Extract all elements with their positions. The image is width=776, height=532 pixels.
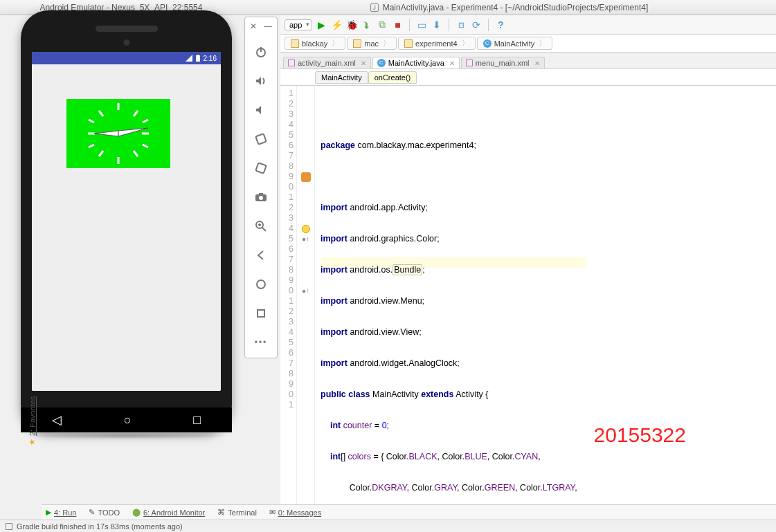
svg-marker-14 bbox=[94, 131, 118, 136]
status-time: 2:16 bbox=[204, 55, 217, 62]
overview-icon[interactable] bbox=[253, 305, 269, 322]
emu-minimize-button[interactable]: — bbox=[264, 21, 272, 31]
breadcrumb-bar: blackay〉 mac〉 experiment4〉 CMainActivity… bbox=[280, 35, 776, 53]
help-button[interactable]: ? bbox=[494, 19, 507, 31]
volume-up-icon[interactable] bbox=[253, 73, 269, 89]
more-icon[interactable]: ••• bbox=[253, 334, 269, 351]
svg-line-11 bbox=[89, 145, 94, 147]
emulator-phone: 2:16 bbox=[21, 10, 232, 432]
attach-button[interactable]: ⮯ bbox=[361, 19, 373, 31]
svg-rect-0 bbox=[196, 55, 200, 62]
tool-run[interactable]: ▶4: Run bbox=[46, 508, 76, 517]
nav-home-icon[interactable]: ○ bbox=[124, 413, 132, 428]
java-file-icon: J bbox=[370, 3, 379, 12]
status-bar: Gradle build finished in 17s 83ms (momen… bbox=[0, 520, 776, 532]
folder-icon bbox=[353, 39, 361, 48]
watermark-text: 20155322 bbox=[594, 423, 686, 447]
svg-marker-15 bbox=[118, 128, 148, 136]
signal-icon bbox=[186, 55, 192, 62]
ide-panel: app ▶ ⚡ 🐞 ⮯ ⧉ ■ ▭ ⬇ ⧈ ⟳ ? blackay〉 mac〉 … bbox=[280, 15, 776, 508]
rotate-right-icon[interactable] bbox=[253, 160, 269, 176]
svg-point-27 bbox=[257, 280, 265, 288]
crumb-mainactivity[interactable]: CMainActivity〉 bbox=[477, 37, 553, 50]
emu-close-button[interactable]: ✕ bbox=[250, 21, 257, 31]
crumb-experiment4[interactable]: experiment4〉 bbox=[398, 37, 476, 50]
close-icon[interactable]: ✕ bbox=[449, 59, 455, 67]
tab-mainactivity-java[interactable]: CMainActivity.java✕ bbox=[372, 57, 460, 68]
status-square-icon bbox=[6, 523, 12, 530]
svg-line-7 bbox=[134, 151, 138, 156]
zoom-icon[interactable] bbox=[253, 218, 269, 235]
ide-window-title: J MainActivity.java - Experiment4 - [~/A… bbox=[242, 0, 776, 15]
svg-line-13 bbox=[143, 145, 148, 147]
stop-button[interactable]: ■ bbox=[391, 19, 404, 31]
home-icon[interactable] bbox=[253, 276, 269, 293]
xml-icon bbox=[466, 59, 473, 66]
folder-icon bbox=[291, 39, 299, 48]
bottom-tool-window-bar: ▶4: Run ✎TODO ⬤6: Android Monitor ⌘Termi… bbox=[42, 504, 776, 520]
crumb-mac[interactable]: mac〉 bbox=[347, 37, 397, 50]
line-numbers: 1234567890123456789012345678901 bbox=[280, 86, 297, 508]
class-icon: C bbox=[377, 59, 386, 67]
svg-rect-28 bbox=[258, 310, 264, 317]
debug-button[interactable]: 🐞 bbox=[345, 19, 358, 31]
analog-clock-widget[interactable] bbox=[66, 99, 170, 168]
code-area[interactable]: package com.blackay.mac.experiment4; imp… bbox=[315, 86, 586, 508]
folder-icon bbox=[404, 39, 413, 48]
tool-android-monitor[interactable]: ⬤6: Android Monitor bbox=[132, 508, 205, 517]
sync-button[interactable]: ⟳ bbox=[470, 19, 482, 31]
rotate-left-icon[interactable] bbox=[253, 131, 269, 147]
svg-line-12 bbox=[89, 120, 94, 122]
android-status-bar: 2:16 bbox=[32, 52, 221, 64]
svg-line-8 bbox=[134, 111, 138, 116]
svg-rect-19 bbox=[255, 163, 266, 173]
nav-overview-icon[interactable]: □ bbox=[193, 413, 201, 428]
phone-camera bbox=[123, 39, 129, 46]
svg-rect-22 bbox=[259, 193, 263, 195]
tool-todo[interactable]: ✎TODO bbox=[89, 508, 120, 517]
nav-back-icon[interactable]: ◁ bbox=[52, 412, 62, 428]
run-config-dropdown[interactable]: app bbox=[285, 19, 312, 30]
gutter-marks: ●↑●↑ bbox=[297, 86, 315, 508]
code-editor[interactable]: 1234567890123456789012345678901 ●↑●↑ pac… bbox=[280, 86, 776, 508]
apply-changes-button[interactable]: ⚡ bbox=[330, 19, 343, 31]
close-icon[interactable]: ✕ bbox=[534, 59, 540, 67]
android-nav-bar: ◁ ○ □ bbox=[21, 407, 232, 432]
svg-rect-18 bbox=[255, 134, 266, 144]
svg-line-24 bbox=[262, 228, 266, 231]
context-crumbs: MainActivity onCreate() bbox=[280, 69, 776, 86]
volume-down-icon[interactable] bbox=[253, 102, 269, 118]
editor-tabs: activity_main.xml✕ CMainActivity.java✕ m… bbox=[280, 53, 776, 69]
crumb-blackay[interactable]: blackay〉 bbox=[285, 37, 345, 50]
emulator-control-panel: ✕ — ••• bbox=[244, 17, 278, 358]
profile-button[interactable]: ⧉ bbox=[376, 19, 388, 31]
svg-line-9 bbox=[99, 151, 103, 156]
battery-icon bbox=[195, 55, 201, 62]
tab-menu-main-xml[interactable]: menu_main.xml✕ bbox=[461, 57, 545, 68]
star-icon: ★ bbox=[28, 439, 37, 446]
avd-button[interactable]: ▭ bbox=[415, 19, 428, 31]
run-button[interactable]: ▶ bbox=[315, 19, 327, 31]
power-icon[interactable] bbox=[253, 44, 269, 60]
svg-line-6 bbox=[99, 111, 103, 116]
class-icon: C bbox=[483, 39, 491, 48]
status-message: Gradle build finished in 17s 83ms (momen… bbox=[17, 522, 183, 531]
xml-icon bbox=[288, 59, 295, 66]
camera-icon[interactable] bbox=[253, 189, 269, 205]
svg-point-21 bbox=[259, 196, 263, 200]
phone-speaker bbox=[96, 26, 158, 32]
close-icon[interactable]: ✕ bbox=[361, 59, 366, 67]
tool-terminal[interactable]: ⌘Terminal bbox=[217, 508, 257, 517]
ide-toolbar: app ▶ ⚡ 🐞 ⮯ ⧉ ■ ▭ ⬇ ⧈ ⟳ ? bbox=[280, 15, 776, 35]
favorites-side-tab[interactable]: ★2: Favorites bbox=[28, 396, 37, 446]
tab-activity-main-xml[interactable]: activity_main.xml✕ bbox=[283, 57, 371, 68]
back-icon[interactable] bbox=[253, 247, 269, 264]
svg-line-10 bbox=[143, 120, 148, 122]
sdk-button[interactable]: ⬇ bbox=[431, 19, 443, 31]
project-structure-button[interactable]: ⧈ bbox=[455, 19, 467, 31]
ide-window-title-text: MainActivity.java - Experiment4 - [~/And… bbox=[383, 0, 649, 15]
tool-messages[interactable]: ✉0: Messages bbox=[269, 508, 321, 517]
ctx-class[interactable]: MainActivity bbox=[315, 71, 368, 84]
svg-rect-1 bbox=[197, 55, 199, 55]
ctx-method[interactable]: onCreate() bbox=[368, 71, 417, 84]
